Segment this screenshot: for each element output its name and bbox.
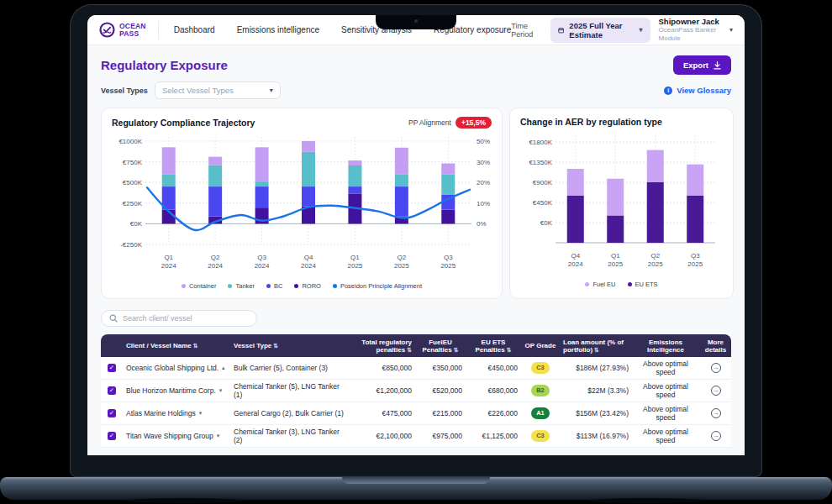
export-button[interactable]: Export (673, 55, 731, 75)
info-icon: i (664, 87, 672, 95)
svg-text:30%: 30% (477, 159, 490, 166)
loan-amount-cell: $113M (16.97%) (560, 429, 632, 443)
table-row: ✓Oceanic Global Shipping Ltd.▴Bulk Carri… (101, 357, 731, 380)
more-details-cell: → (699, 406, 732, 421)
oceanpass-logo-icon (99, 22, 115, 38)
column-header-eu-ets-penalties[interactable]: EU ETS Penalties (466, 336, 521, 356)
more-details-icon[interactable]: → (711, 408, 721, 418)
legend-item-roro: RORO (294, 282, 321, 290)
view-glossary-link[interactable]: i View Glossary (664, 86, 731, 95)
chevron-down-icon[interactable]: ▾ (199, 409, 203, 417)
svg-text:Q12025: Q12025 (608, 252, 623, 268)
row-checkbox[interactable]: ✓ (108, 409, 116, 417)
more-details-cell: → (699, 428, 732, 444)
more-details-icon[interactable]: → (711, 363, 721, 373)
clients-table: Client / Vessel NameVessel TypeTotal reg… (101, 334, 731, 448)
vessel-type-cell: Chemical Tanker (5), LNG Tanker (1) (230, 380, 353, 402)
emissions-intelligence-cell: Above optimal speed (632, 402, 699, 424)
legend-item-container: Container (182, 282, 217, 290)
svg-text:€1800K: €1800K (529, 139, 552, 146)
client-name-cell[interactable]: Titan Wave Shipping Group▾ (123, 429, 230, 443)
loan-amount-cell: $22M (3.3%) (560, 384, 632, 397)
svg-text:-€250K: -€250K (120, 241, 142, 249)
search-icon (109, 314, 118, 323)
search-box (101, 310, 257, 327)
svg-text:Q42024: Q42024 (568, 252, 583, 268)
more-details-icon[interactable]: → (711, 386, 721, 396)
search-input[interactable] (123, 314, 249, 323)
vessel-types-select[interactable]: Select Vessel Types ▾ (155, 81, 281, 99)
aer-change-card: Change in AER by regulation type €1800K€… (509, 108, 734, 299)
chevron-down-icon[interactable]: ▾ (219, 386, 223, 395)
euets-penalties-cell: €1,125,000 (466, 429, 521, 443)
column-header-vessel-type[interactable]: Vessel Type (230, 339, 353, 352)
client-name-cell[interactable]: Blue Horizon Maritime Corp.▾ (123, 384, 230, 397)
table-body: ✓Oceanic Global Shipping Ltd.▴Bulk Carri… (101, 357, 731, 448)
main-nav: DashboardEmissions intelligenceSensitivi… (174, 25, 512, 34)
svg-text:Q22024: Q22024 (208, 254, 223, 270)
svg-text:€0K: €0K (540, 219, 553, 227)
compliance-trajectory-card: Regulatory Compliance Trajectory PP Alig… (101, 108, 503, 299)
chart2-title: Change in AER by regulation type (520, 117, 662, 127)
time-period-value: 2025 Full Year Estimate (569, 21, 634, 39)
svg-text:€1350K: €1350K (529, 159, 552, 166)
column-header-total-regulatory-penalties[interactable]: Total regulatory penalties (353, 336, 415, 356)
svg-text:Q12025: Q12025 (348, 254, 363, 270)
brand-wordmark: OCEAN PASS (119, 23, 146, 37)
table-row: ✓Blue Horizon Maritime Corp.▾Chemical Ta… (101, 380, 731, 402)
page-body: Regulatory Exposure Export Vessel Types … (87, 45, 745, 455)
row-checkbox[interactable]: ✓ (108, 364, 116, 372)
svg-text:€900K: €900K (533, 179, 553, 186)
euets-penalties-cell: €226,000 (466, 407, 521, 420)
aer-change-chart[interactable]: €1800K€1350K€900K€450K€0KQ42024Q12025Q22… (520, 127, 723, 275)
svg-text:10%: 10% (477, 200, 490, 207)
column-header-client-vessel-name[interactable]: Client / Vessel Name (123, 339, 230, 352)
svg-text:€450K: €450K (533, 199, 553, 207)
oceanpass-logo[interactable]: OCEAN PASS (99, 21, 159, 39)
op-grade-badge: B2 (531, 385, 550, 396)
total-penalties-cell: €850,000 (353, 361, 415, 375)
time-period-select[interactable]: 2025 Full Year Estimate ▾ (550, 18, 650, 43)
op-grade-cell: C3 (521, 360, 560, 376)
legend-dot (266, 284, 271, 288)
vessel-type-cell: Bulk Carrier (5), Container (3) (230, 361, 353, 375)
calendar-icon (558, 26, 564, 34)
chart1-legend: ContainerTankerBCROROPoseidon Principle … (112, 282, 492, 290)
row-select-cell: ✓ (101, 384, 123, 397)
euets-penalties-cell: €450,000 (466, 361, 521, 375)
row-checkbox[interactable]: ✓ (108, 386, 116, 395)
svg-text:Q42024: Q42024 (301, 254, 316, 270)
total-penalties-cell: €475,000 (353, 407, 415, 420)
client-name-cell[interactable]: Atlas Marine Holdings▾ (123, 407, 230, 420)
nav-item-emissions-intelligence[interactable]: Emissions intelligence (237, 25, 319, 34)
client-name-cell[interactable]: Oceanic Global Shipping Ltd.▴ (123, 361, 230, 375)
column-header-more-details: More details (699, 336, 732, 356)
fueleu-penalties-cell: €350,000 (415, 361, 466, 375)
table-row: ✓Atlas Marine Holdings▾General Cargo (2)… (101, 402, 731, 425)
svg-text:Q12024: Q12024 (161, 254, 176, 270)
row-select-cell: ✓ (101, 361, 123, 375)
svg-text:€500K: €500K (123, 179, 143, 186)
column-header-fueleu-penalties[interactable]: FuelEU Penalties (415, 336, 466, 356)
compliance-trajectory-chart[interactable]: €1000K€750K€500K€250K€0K-€250K50%30%20%1… (112, 129, 492, 276)
more-details-cell: → (699, 360, 732, 375)
laptop-foot (588, 498, 706, 503)
chevron-down-icon[interactable]: ▾ (217, 432, 220, 440)
column-header-emissions-intelligence: Emissions Intelligence (632, 336, 699, 356)
legend-dot (228, 284, 232, 288)
legend-dot (585, 282, 589, 286)
chevron-up-icon[interactable]: ▴ (222, 364, 225, 372)
nav-item-dashboard[interactable]: Dashboard (174, 25, 215, 34)
laptop-foot (126, 498, 244, 503)
row-checkbox[interactable]: ✓ (108, 432, 116, 440)
vessel-types-label: Vessel Types (101, 87, 148, 95)
user-menu[interactable]: Shipowner Jack OceanPass Banker Module (659, 18, 721, 43)
more-details-icon[interactable]: → (711, 431, 721, 441)
svg-text:Q22025: Q22025 (648, 252, 663, 268)
legend-item-tanker: Tanker (228, 282, 255, 290)
column-header-loan-amount-of-portfolio[interactable]: Loan amount (% of portfolio) (560, 336, 632, 356)
table-header-row: Client / Vessel NameVessel TypeTotal reg… (101, 334, 731, 357)
column-header-op-grade: OP Grade (521, 339, 560, 352)
pp-alignment-badge: +15,5% (455, 117, 492, 129)
client-name: Titan Wave Shipping Group (126, 432, 213, 440)
